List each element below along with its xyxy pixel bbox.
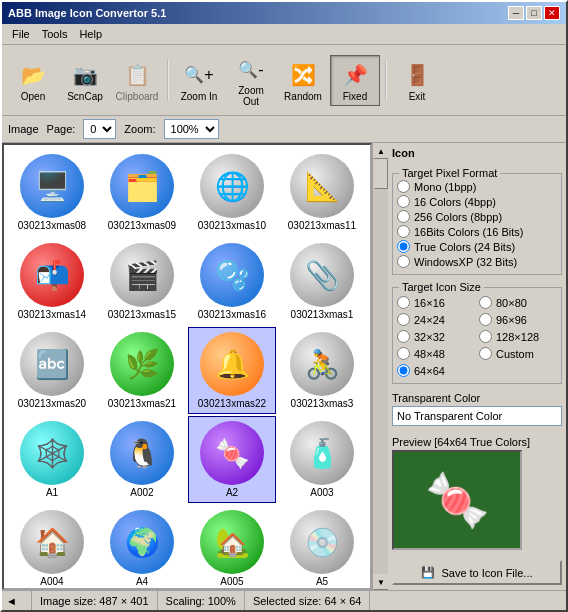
icon-item-030213xmas11[interactable]: 📐030213xmas11 [278, 149, 366, 236]
icon-label-a2: A2 [226, 487, 238, 498]
status-left: ◄ [2, 591, 32, 610]
transparent-color-display[interactable]: No Transparent Color [392, 406, 562, 426]
icon-item-030213xmas15[interactable]: 🎬030213xmas15 [98, 238, 186, 325]
icon-item-030213xmas09[interactable]: 🗂️030213xmas09 [98, 149, 186, 236]
random-icon: 🔀 [287, 59, 319, 91]
radio-32x32-input[interactable] [397, 330, 410, 343]
icon-item-a4[interactable]: 🌍A4 [98, 505, 186, 590]
icon-item-030213xmas16[interactable]: 🫧030213xmas16 [188, 238, 276, 325]
radio-256colors-label: 256 Colors (8bpp) [414, 211, 502, 223]
fixed-button[interactable]: 📌 Fixed [330, 55, 380, 106]
icon-panel[interactable]: 🖥️030213xmas08🗂️030213xmas09🌐030213xmas1… [2, 143, 372, 590]
icon-item-a004[interactable]: 🏠A004 [8, 505, 96, 590]
page-label: Page: [47, 123, 76, 135]
preview-label: Preview [64x64 True Colors] [392, 436, 562, 448]
scroll-track[interactable] [373, 159, 388, 574]
save-button[interactable]: 💾 Save to Icon File... [392, 560, 562, 585]
icon-image-030213xmas21: 🌿 [110, 332, 174, 396]
icon-label-a003: A003 [310, 487, 333, 498]
icon-item-a003[interactable]: 🧴A003 [278, 416, 366, 503]
preview-box: 🍬 [392, 450, 522, 550]
exit-icon: 🚪 [401, 59, 433, 91]
icon-label-a005: A005 [220, 576, 243, 587]
scroll-thumb[interactable] [374, 159, 388, 189]
radio-48x48-input[interactable] [397, 347, 410, 360]
page-select[interactable]: 0 [83, 119, 116, 139]
radio-truecolors-label: True Colors (24 Bits) [414, 241, 515, 253]
scncap-button[interactable]: 📷 ScnCap [60, 55, 110, 106]
radio-64x64-label: 64×64 [414, 365, 445, 377]
transparent-label: Transparent Color [392, 392, 562, 404]
exit-button[interactable]: 🚪 Exit [392, 55, 442, 106]
icon-item-a1[interactable]: 🕸️A1 [8, 416, 96, 503]
title-bar: ABB Image Icon Convertor 5.1 ─ □ ✕ [2, 2, 566, 24]
icon-size-grid: 16×16 80×80 24×24 96×96 [397, 296, 557, 379]
icon-label-030213xmas14: 030213xmas14 [18, 309, 86, 320]
image-label: Image [8, 123, 39, 135]
minimize-button[interactable]: ─ [508, 6, 524, 20]
radio-64x64-input[interactable] [397, 364, 410, 377]
scroll-up-button[interactable]: ▲ [373, 143, 388, 159]
radio-256colors-input[interactable] [397, 210, 410, 223]
icon-item-a002[interactable]: 🐧A002 [98, 416, 186, 503]
radio-96x96: 96×96 [479, 313, 557, 326]
icon-label-030213xmas1: 030213xmas1 [291, 309, 354, 320]
zoom-in-icon: 🔍+ [183, 59, 215, 91]
vertical-scrollbar[interactable]: ▲ ▼ [372, 143, 388, 590]
icon-item-030213xmas20[interactable]: 🔤030213xmas20 [8, 327, 96, 414]
icon-label-030213xmas3: 030213xmas3 [291, 398, 354, 409]
icon-item-030213xmas1[interactable]: 📎030213xmas1 [278, 238, 366, 325]
menu-file[interactable]: File [6, 26, 36, 42]
random-button[interactable]: 🔀 Random [278, 55, 328, 106]
icon-label-030213xmas11: 030213xmas11 [288, 220, 356, 231]
menu-bar: File Tools Help [2, 24, 566, 45]
icon-label-030213xmas16: 030213xmas16 [198, 309, 266, 320]
preview-icon: 🍬 [425, 470, 490, 531]
menu-help[interactable]: Help [73, 26, 108, 42]
zoom-in-button[interactable]: 🔍+ Zoom In [174, 55, 224, 106]
menu-tools[interactable]: Tools [36, 26, 74, 42]
radio-80x80: 80×80 [479, 296, 557, 309]
icon-item-030213xmas3[interactable]: 🚴030213xmas3 [278, 327, 366, 414]
radio-16bits-input[interactable] [397, 225, 410, 238]
icon-item-030213xmas10[interactable]: 🌐030213xmas10 [188, 149, 276, 236]
icon-item-030213xmas08[interactable]: 🖥️030213xmas08 [8, 149, 96, 236]
maximize-button[interactable]: □ [526, 6, 542, 20]
radio-winxp-label: WindowsXP (32 Bits) [414, 256, 517, 268]
clipboard-button[interactable]: 📋 Clipboard [112, 55, 162, 106]
radio-16x16: 16×16 [397, 296, 475, 309]
radio-16colors-input[interactable] [397, 195, 410, 208]
title-bar-buttons: ─ □ ✕ [508, 6, 560, 20]
radio-128x128-input[interactable] [479, 330, 492, 343]
radio-custom-input[interactable] [479, 347, 492, 360]
radio-96x96-input[interactable] [479, 313, 492, 326]
radio-32x32: 32×32 [397, 330, 475, 343]
icon-size-title: Target Icon Size [399, 281, 484, 293]
icon-item-a2[interactable]: 🍬A2 [188, 416, 276, 503]
radio-winxp-input[interactable] [397, 255, 410, 268]
radio-mono-input[interactable] [397, 180, 410, 193]
icon-image-a4: 🌍 [110, 510, 174, 574]
scroll-left-button[interactable]: ◄ [6, 595, 17, 607]
status-selected-size: Selected size: 64 × 64 [245, 591, 371, 610]
radio-16x16-input[interactable] [397, 296, 410, 309]
pixel-format-title: Target Pixel Format [399, 167, 500, 179]
radio-truecolors-input[interactable] [397, 240, 410, 253]
close-button[interactable]: ✕ [544, 6, 560, 20]
icon-item-030213xmas22[interactable]: 🔔030213xmas22 [188, 327, 276, 414]
zoom-out-button[interactable]: 🔍- Zoom Out [226, 49, 276, 111]
scroll-down-button[interactable]: ▼ [373, 574, 388, 590]
icon-item-a5[interactable]: 💿A5 [278, 505, 366, 590]
open-button[interactable]: 📂 Open [8, 55, 58, 106]
icon-item-030213xmas14[interactable]: 📬030213xmas14 [8, 238, 96, 325]
window-title: ABB Image Icon Convertor 5.1 [8, 7, 166, 19]
radio-80x80-input[interactable] [479, 296, 492, 309]
radio-16x16-label: 16×16 [414, 297, 445, 309]
radio-24x24-input[interactable] [397, 313, 410, 326]
toolbar: 📂 Open 📷 ScnCap 📋 Clipboard 🔍+ Zoom In 🔍… [2, 45, 566, 116]
zoom-select[interactable]: 100% 50% 75% 150% 200% [164, 119, 219, 139]
icon-item-030213xmas21[interactable]: 🌿030213xmas21 [98, 327, 186, 414]
icon-label-a1: A1 [46, 487, 58, 498]
icon-image-030213xmas15: 🎬 [110, 243, 174, 307]
icon-item-a005[interactable]: 🏡A005 [188, 505, 276, 590]
